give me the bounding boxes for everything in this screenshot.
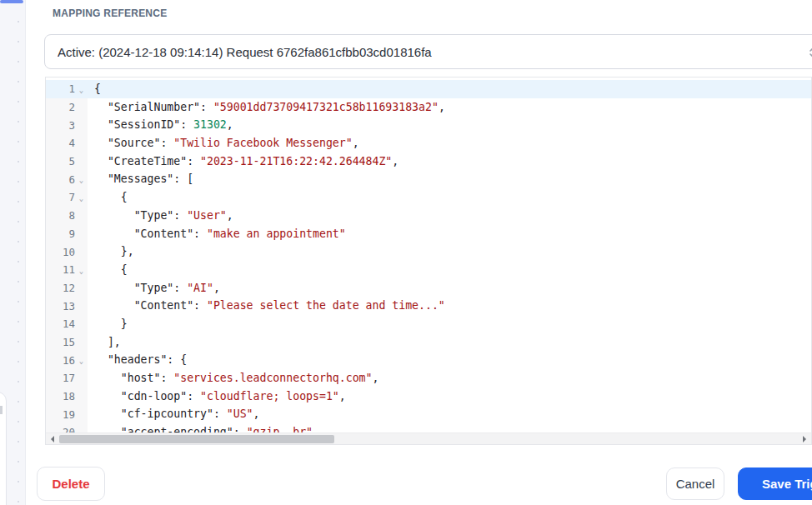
code-line-text: "Content": "Please select the date and t… [88, 297, 445, 315]
code-line: 10 }, [46, 242, 811, 261]
screen: MAPPING REFERENCE Active: (2024-12-18 09… [0, 0, 812, 505]
save-trigger-button[interactable]: Save Trigger [738, 468, 812, 500]
code-line: 5 "CreateTime": "2023-11-21T16:22:42.264… [46, 152, 811, 171]
code-line: 19 "cf-ipcountry": "US", [46, 405, 811, 423]
mapping-reference-title: MAPPING REFERENCE [53, 8, 167, 19]
line-number: 16⌄ [46, 351, 88, 369]
canvas-node-edge [0, 0, 23, 3]
line-number: 12 [46, 279, 88, 298]
code-line-text: } [88, 315, 128, 333]
code-line-text: "Messages": [ [88, 170, 193, 188]
code-line: 14 } [46, 315, 811, 333]
line-number: 8 [46, 207, 88, 225]
line-number: 2 [46, 98, 88, 117]
code-line-text: ], [88, 333, 121, 352]
code-line-text: "Type": "AI", [88, 279, 220, 298]
code-line-text: { [88, 261, 128, 279]
line-number: 5 [46, 152, 88, 171]
line-number: 10 [46, 242, 88, 261]
json-code-editor[interactable]: 1⌄{2 "SerialNumber": "59001dd73709417321… [45, 77, 812, 445]
code-lines: 1⌄{2 "SerialNumber": "59001dd73709417321… [46, 78, 811, 432]
code-line-text: "Type": "User", [88, 207, 233, 225]
code-line-text: "accept-encoding": "gzip, br", [88, 423, 319, 432]
delete-button[interactable]: Delete [37, 467, 105, 501]
trigger-settings-modal: MAPPING REFERENCE Active: (2024-12-18 09… [25, 0, 812, 505]
code-line: 3 "SessionID": 31302, [46, 116, 811, 134]
code-line: 9 "Content": "make an appointment" [46, 225, 811, 243]
code-line: 2 "SerialNumber": "59001dd73709417321c58… [46, 98, 811, 117]
code-line-text: "SessionID": 31302, [88, 116, 233, 134]
code-line: 16⌄ "headers": { [46, 351, 811, 369]
code-line-text: { [88, 80, 101, 98]
code-line-text: "Content": "make an appointment" [88, 225, 346, 243]
flow-canvas-background [0, 0, 25, 505]
code-line-text: }, [88, 242, 134, 261]
code-line-text: { [88, 188, 128, 207]
code-line: 6⌄ "Messages": [ [46, 170, 811, 188]
code-line: 13 "Content": "Please select the date an… [46, 297, 811, 315]
up-down-caret-icon [809, 46, 812, 59]
horizontal-scrollbar-thumb[interactable] [59, 435, 334, 443]
line-number: 13 [46, 297, 88, 315]
line-number: 9 [46, 225, 88, 243]
line-number: 3 [46, 116, 88, 134]
code-line: 15 ], [46, 333, 811, 352]
line-number: 18 [46, 388, 88, 406]
fold-chevron-icon[interactable]: ⌄ [75, 176, 88, 184]
code-line: 17 "host": "services.leadconnectorhq.com… [46, 369, 811, 388]
code-line: 4 "Source": "Twilio Facebook Messenger", [46, 134, 811, 152]
scroll-right-arrow-icon[interactable] [799, 433, 810, 445]
code-line-text: "cf-ipcountry": "US", [88, 405, 260, 423]
code-line: 20 "accept-encoding": "gzip, br", [46, 423, 811, 432]
request-selector-value: Active: (2024-12-18 09:14:14) Request 67… [58, 45, 432, 59]
line-number: 4 [46, 134, 88, 152]
code-line-text: "Source": "Twilio Facebook Messenger", [88, 134, 359, 152]
code-line: 18 "cdn-loop": "cloudflare; loops=1", [46, 388, 811, 406]
line-number: 11⌄ [46, 261, 88, 279]
code-line: 12 "Type": "AI", [46, 279, 811, 298]
code-line: 11⌄ { [46, 261, 811, 279]
code-line-text: "SerialNumber": "59001dd73709417321c58b1… [88, 98, 445, 117]
horizontal-scrollbar[interactable] [46, 432, 811, 444]
code-line: 1⌄{ [46, 80, 811, 98]
line-number: 7⌄ [46, 188, 88, 207]
request-selector[interactable]: Active: (2024-12-18 09:14:14) Request 67… [44, 34, 812, 69]
code-line: 7⌄ { [46, 188, 811, 207]
code-line-text: "CreateTime": "2023-11-21T16:22:42.26448… [88, 152, 398, 171]
line-number: 6⌄ [46, 170, 88, 188]
line-number: 20 [46, 423, 88, 432]
line-number: 15 [46, 333, 88, 352]
background-panel-handle [0, 406, 3, 414]
scroll-left-arrow-icon[interactable] [47, 433, 58, 445]
fold-chevron-icon[interactable]: ⌄ [75, 86, 88, 94]
line-number: 14 [46, 315, 88, 333]
code-line-text: "host": "services.leadconnectorhq.com", [88, 369, 378, 388]
line-number: 19 [46, 405, 88, 423]
code-line-text: "headers": { [88, 351, 187, 369]
line-number: 1⌄ [46, 80, 88, 98]
fold-chevron-icon[interactable]: ⌄ [75, 194, 88, 202]
line-number: 17 [46, 369, 88, 388]
code-line: 8 "Type": "User", [46, 207, 811, 225]
code-line-text: "cdn-loop": "cloudflare; loops=1", [88, 388, 346, 406]
fold-chevron-icon[interactable]: ⌄ [75, 267, 88, 275]
cancel-button[interactable]: Cancel [666, 468, 724, 500]
fold-chevron-icon[interactable]: ⌄ [75, 357, 88, 365]
